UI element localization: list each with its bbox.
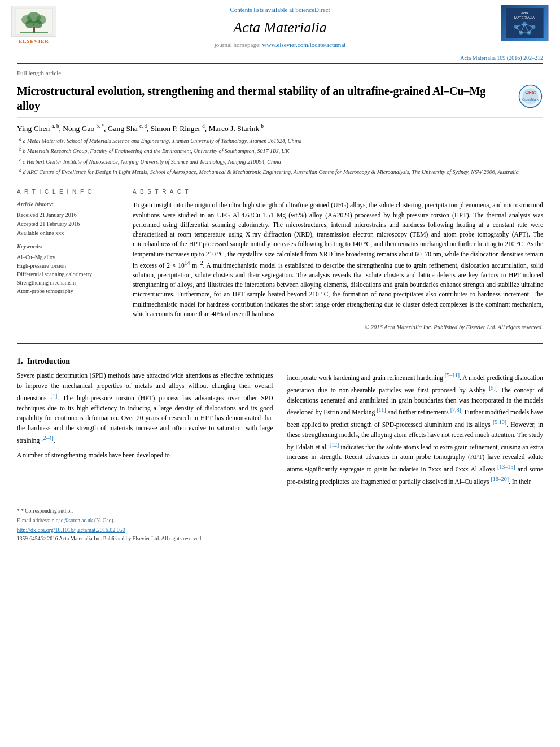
svg-text:MATERIALIA: MATERIALIA xyxy=(514,15,535,19)
homepage-url[interactable]: www.elsevier.com/locate/actamat xyxy=(262,41,346,48)
article-title-section: Microstructural evolution, strengthening… xyxy=(17,80,543,118)
abstract-text: To gain insight into the origin of the u… xyxy=(133,200,543,319)
abstract-label: A B S T R A C T xyxy=(133,188,543,196)
ref-12[interactable]: [12] xyxy=(330,442,339,448)
contents-available-line: Contents lists available at ScienceDirec… xyxy=(68,6,492,14)
doi-link[interactable]: http://dx.doi.org/10.1016/j.actamat.2016… xyxy=(17,526,543,534)
intro-left-col: Severe plastic deformation (SPD) methods… xyxy=(17,371,273,491)
intro-para-3: incorporate work hardening and grain ref… xyxy=(287,371,544,487)
section-divider xyxy=(17,343,543,344)
svg-point-4 xyxy=(25,20,34,28)
abstract-column: A B S T R A C T To gain insight into the… xyxy=(133,188,543,332)
ref-2-4[interactable]: [2–4] xyxy=(41,435,54,441)
info-abstract-section: A R T I C L E I N F O Article history: R… xyxy=(17,180,543,338)
article-history: Article history: Received 21 January 201… xyxy=(17,200,121,237)
ref-5-11[interactable]: [5–11] xyxy=(445,372,460,378)
volume-info: Acta Materialia 109 (2016) 202–212 xyxy=(0,53,560,63)
acta-materialia-logo: Acta MATERIALIA xyxy=(501,5,549,41)
and-text: and xyxy=(348,397,358,404)
ref-11[interactable]: [11] xyxy=(377,407,386,413)
ref-5[interactable]: [5] xyxy=(489,385,496,391)
journal-title: Acta Materialia xyxy=(68,18,492,38)
keyword-4: Strengthening mechanism xyxy=(17,279,121,287)
accepted-date: Accepted 21 February 2016 xyxy=(17,220,121,228)
acta-logo-image: Acta MATERIALIA xyxy=(501,5,549,41)
homepage-line: journal homepage: www.elsevier.com/locat… xyxy=(68,41,492,49)
history-label: Article history: xyxy=(17,200,121,209)
homepage-label: journal homepage: xyxy=(215,41,261,48)
keywords-section: Keywords: Al–Cu–Mg alloy High-pressure t… xyxy=(17,243,121,295)
elsevier-logo: ELSEVIER xyxy=(11,6,56,45)
svg-text:Acta: Acta xyxy=(521,11,528,15)
available-online: Available online xxx xyxy=(17,229,121,237)
intro-right-col: incorporate work hardening and grain ref… xyxy=(287,371,544,491)
email-link[interactable]: n.gao@soton.ac.uk xyxy=(52,518,93,523)
abstract-copyright: © 2016 Acta Materialia Inc. Published by… xyxy=(133,324,543,332)
intro-heading: 1. Introduction xyxy=(17,356,543,367)
intro-section-title: Introduction xyxy=(27,357,70,365)
article-title: Microstructural evolution, strengthening… xyxy=(17,84,491,113)
crossmark-badge[interactable]: CHat CrossMark xyxy=(518,84,543,112)
article-type: Full length article xyxy=(17,63,543,80)
affiliation-b: b b Materials Research Group, Faculty of… xyxy=(17,146,543,155)
keywords-label: Keywords: xyxy=(17,243,121,251)
article-info-column: A R T I C L E I N F O Article history: R… xyxy=(17,188,121,332)
affiliation-a: a a Metal Materials, School of Materials… xyxy=(17,136,543,145)
ref-1[interactable]: [1] xyxy=(51,392,58,399)
keyword-3: Differential scanning calorimetry xyxy=(17,270,121,278)
article-body: Full length article Microstructural evol… xyxy=(0,63,560,491)
ref-9-10[interactable]: [9,10] xyxy=(493,419,506,425)
keyword-5: Atom-probe tomography xyxy=(17,287,121,295)
intro-two-col: Severe plastic deformation (SPD) methods… xyxy=(17,371,543,491)
keyword-2: High-pressure torsion xyxy=(17,262,121,270)
sciencedirect-link[interactable]: ScienceDirect xyxy=(295,6,330,13)
page-footer: * * Corresponding author. E-mail address… xyxy=(0,503,560,547)
elsevier-text: ELSEVIER xyxy=(19,38,49,45)
affiliation-c: c c Herbert Gleiter Institute of Nanosci… xyxy=(17,157,543,166)
elsevier-logo-image xyxy=(11,6,56,37)
intro-section-number: 1. xyxy=(17,357,23,365)
ref-13-15[interactable]: [13–15] xyxy=(497,464,515,470)
authors-section: Ying Chen a, b, Nong Gao b, *, Gang Sha … xyxy=(17,118,543,180)
issn-line: 1359-6454/© 2016 Acta Materialia Inc. Pu… xyxy=(17,535,543,543)
received-date: Received 21 January 2016 xyxy=(17,211,121,219)
svg-point-5 xyxy=(33,20,42,28)
introduction-section: 1. Introduction Severe plastic deformati… xyxy=(17,350,543,492)
corresponding-note: * * Corresponding author. xyxy=(17,508,543,515)
ref-7-8[interactable]: [7,8] xyxy=(450,407,461,413)
svg-text:CrossMark: CrossMark xyxy=(522,98,539,101)
affiliation-d: d d ARC Centre of Excellence for Design … xyxy=(17,167,543,176)
email-note: E-mail address: n.gao@soton.ac.uk (N. Ga… xyxy=(17,517,543,525)
journal-header: ELSEVIER Acta MATERIALIA xyxy=(0,0,560,53)
article-info-label: A R T I C L E I N F O xyxy=(17,188,121,196)
authors-line: Ying Chen a, b, Nong Gao b, *, Gang Sha … xyxy=(17,123,543,134)
intro-para-1: Severe plastic deformation (SPD) methods… xyxy=(17,371,273,445)
svg-text:CHat: CHat xyxy=(525,90,536,95)
intro-para-2: A number of strengthening models have be… xyxy=(17,451,273,461)
keyword-1: Al–Cu–Mg alloy xyxy=(17,254,121,261)
svg-rect-6 xyxy=(33,27,35,33)
ref-16-20[interactable]: [16–20] xyxy=(491,476,509,482)
